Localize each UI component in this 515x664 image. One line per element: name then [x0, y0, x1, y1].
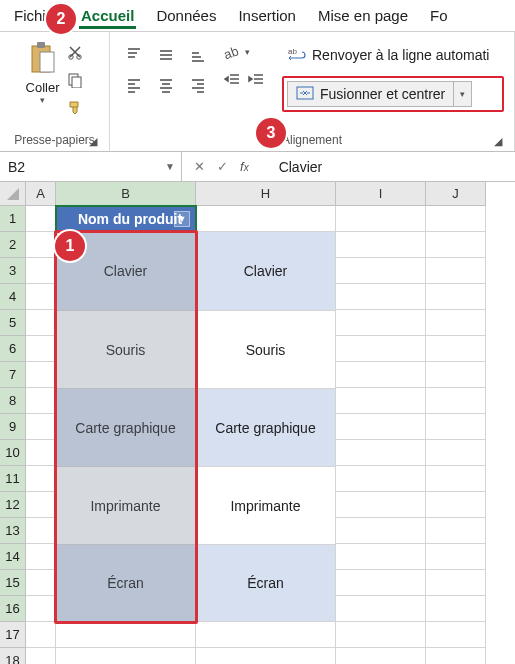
- clipboard-dialog-launcher-icon[interactable]: ◢: [89, 135, 103, 149]
- grid-cell[interactable]: [26, 284, 56, 310]
- name-box[interactable]: B2 ▼: [0, 152, 182, 181]
- paste-dropdown-icon[interactable]: ▾: [40, 95, 45, 105]
- copy-icon[interactable]: [65, 70, 85, 90]
- grid-cell[interactable]: [336, 284, 426, 310]
- grid-cell[interactable]: [336, 388, 426, 414]
- merge-center-button[interactable]: Fusionner et centrer: [287, 81, 454, 107]
- cell-h-merged-4[interactable]: Imprimante: [196, 466, 336, 544]
- tab-insert[interactable]: Insertion: [236, 3, 298, 28]
- cell-h-merged-3[interactable]: Carte graphique: [196, 388, 336, 466]
- cell-h-merged-1[interactable]: Clavier: [196, 232, 336, 310]
- grid-cell[interactable]: [426, 310, 486, 336]
- select-all-corner[interactable]: [0, 182, 26, 206]
- grid-cell[interactable]: [336, 414, 426, 440]
- row-header[interactable]: 11: [0, 466, 26, 492]
- cell-b-merged-5[interactable]: Écran: [56, 544, 196, 622]
- cell-b-merged-3[interactable]: Carte graphique: [56, 388, 196, 466]
- align-left-icon[interactable]: [120, 72, 148, 98]
- grid-cell[interactable]: [426, 258, 486, 284]
- row-header[interactable]: 10: [0, 440, 26, 466]
- wrap-text-button[interactable]: ab Renvoyer à la ligne automati: [282, 42, 504, 68]
- grid-cell[interactable]: [336, 544, 426, 570]
- tab-page-layout[interactable]: Mise en page: [316, 3, 410, 28]
- col-header-b[interactable]: B: [56, 182, 196, 206]
- grid-cell[interactable]: [26, 362, 56, 388]
- tab-home[interactable]: Accueil: [79, 3, 136, 28]
- grid-cell[interactable]: [426, 206, 486, 232]
- cell-b-merged-4[interactable]: Imprimante: [56, 466, 196, 544]
- orientation-icon[interactable]: ab▾: [222, 42, 250, 62]
- grid-cell[interactable]: [26, 622, 56, 648]
- grid-cell[interactable]: [56, 648, 196, 664]
- grid-cell[interactable]: [336, 232, 426, 258]
- col-header-a[interactable]: A: [26, 182, 56, 206]
- decrease-indent-icon[interactable]: [222, 70, 242, 90]
- grid-cell[interactable]: [426, 596, 486, 622]
- grid-cell[interactable]: [26, 310, 56, 336]
- row-header[interactable]: 9: [0, 414, 26, 440]
- row-header[interactable]: 14: [0, 544, 26, 570]
- grid-cell[interactable]: [336, 206, 426, 232]
- grid-cell[interactable]: [26, 466, 56, 492]
- grid-cell[interactable]: [426, 388, 486, 414]
- grid-cell[interactable]: [336, 440, 426, 466]
- grid-cell[interactable]: [426, 622, 486, 648]
- cut-icon[interactable]: [65, 42, 85, 62]
- grid-cell[interactable]: [426, 362, 486, 388]
- grid-cell[interactable]: [426, 440, 486, 466]
- grid-cell[interactable]: [26, 258, 56, 284]
- grid-cell[interactable]: [196, 648, 336, 664]
- paste-icon[interactable]: [25, 36, 61, 80]
- grid-cell[interactable]: [336, 622, 426, 648]
- alignment-dialog-launcher-icon[interactable]: ◢: [494, 135, 508, 149]
- grid-cell[interactable]: [26, 388, 56, 414]
- grid-cell[interactable]: [26, 336, 56, 362]
- grid-cell[interactable]: [336, 596, 426, 622]
- filter-dropdown-icon[interactable]: ▼: [174, 211, 190, 227]
- grid-cell[interactable]: [426, 648, 486, 664]
- grid-cell[interactable]: [26, 492, 56, 518]
- cancel-formula-icon[interactable]: ✕: [194, 159, 205, 174]
- grid-cell[interactable]: [336, 648, 426, 664]
- grid-cell[interactable]: [26, 232, 56, 258]
- formula-bar[interactable]: Clavier: [269, 159, 515, 175]
- grid-cell[interactable]: [426, 492, 486, 518]
- col-header-j[interactable]: J: [426, 182, 486, 206]
- grid-cell[interactable]: [26, 544, 56, 570]
- grid-cell[interactable]: [336, 466, 426, 492]
- grid-cell[interactable]: [26, 570, 56, 596]
- grid-cell[interactable]: [336, 310, 426, 336]
- tab-formulas-cut[interactable]: Fo: [428, 3, 450, 28]
- row-header[interactable]: 5: [0, 310, 26, 336]
- name-box-dropdown-icon[interactable]: ▼: [165, 161, 175, 172]
- cell-h-merged-5[interactable]: Écran: [196, 544, 336, 622]
- grid-cell[interactable]: [336, 362, 426, 388]
- grid-cell[interactable]: [426, 414, 486, 440]
- grid-cell[interactable]: [26, 518, 56, 544]
- row-header[interactable]: 15: [0, 570, 26, 596]
- table-header-b[interactable]: Nom du produit ▼: [56, 206, 196, 232]
- grid-cell[interactable]: [26, 648, 56, 664]
- merge-center-dropdown-icon[interactable]: ▾: [454, 81, 472, 107]
- row-header[interactable]: 17: [0, 622, 26, 648]
- grid-cell[interactable]: [26, 414, 56, 440]
- grid-cell[interactable]: [426, 466, 486, 492]
- cell-b-merged-1[interactable]: Clavier: [56, 232, 196, 310]
- grid-cell[interactable]: [336, 258, 426, 284]
- align-center-icon[interactable]: [152, 72, 180, 98]
- row-header[interactable]: 7: [0, 362, 26, 388]
- row-header[interactable]: 1: [0, 206, 26, 232]
- grid-cell[interactable]: [56, 622, 196, 648]
- col-header-h[interactable]: H: [196, 182, 336, 206]
- grid-cell[interactable]: [26, 440, 56, 466]
- row-header[interactable]: 6: [0, 336, 26, 362]
- row-header[interactable]: 4: [0, 284, 26, 310]
- align-bottom-icon[interactable]: [184, 42, 212, 68]
- grid-cell[interactable]: [426, 336, 486, 362]
- grid-cell[interactable]: [426, 544, 486, 570]
- row-header[interactable]: 8: [0, 388, 26, 414]
- format-painter-icon[interactable]: [65, 98, 85, 118]
- grid-cell[interactable]: [336, 336, 426, 362]
- grid-cell[interactable]: [426, 232, 486, 258]
- cell-b-merged-2[interactable]: Souris: [56, 310, 196, 388]
